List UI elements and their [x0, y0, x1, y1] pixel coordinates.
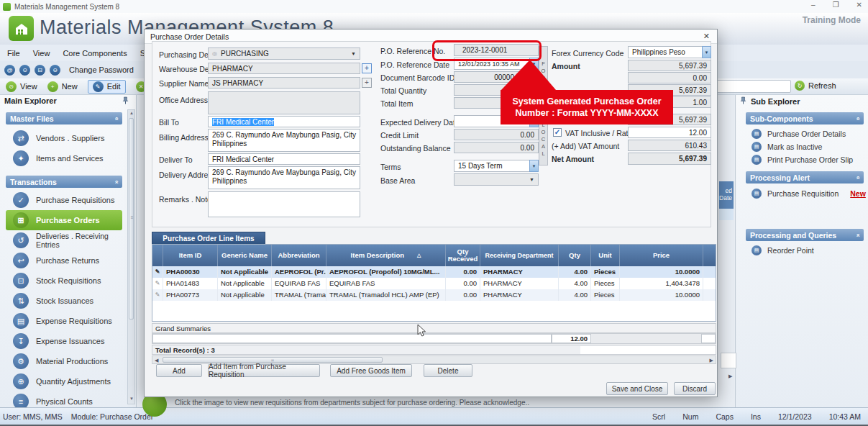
- scroll-down-icon[interactable]: ▼: [129, 396, 134, 401]
- line-items-tab[interactable]: Purchase Order Line Items: [152, 232, 265, 244]
- table-row[interactable]: ✎ PHA00773 Not Applicable TRAMAL (Trama.…: [152, 289, 716, 301]
- forex-currency-dropdown[interactable]: ▼: [702, 46, 711, 58]
- expected-delivery-label: Expected Delivery Date: [380, 118, 460, 127]
- section-sub-components[interactable]: Sub-Components »: [746, 112, 864, 124]
- col-unit[interactable]: Unit: [591, 245, 620, 266]
- sub-explorer-title: Sub Explorer: [751, 97, 800, 106]
- sidebar-item-purchase-orders[interactable]: ⊞ Purchase Orders: [6, 210, 122, 230]
- bill-to-field[interactable]: FRI Medical Center: [208, 116, 360, 127]
- delete-line-button[interactable]: Delete: [424, 364, 472, 377]
- minimize-button[interactable]: –: [811, 1, 816, 9]
- sidebar-item-quantity-adjustments[interactable]: ⊕ Quantity Adjustments: [6, 371, 122, 391]
- sidebar-item-physical-counts[interactable]: ≡ Physical Counts: [6, 391, 122, 407]
- add-button[interactable]: Add: [156, 364, 202, 377]
- add-item-from-pr-button[interactable]: Add Item from Purchase Requisition: [208, 364, 320, 377]
- vat-inclusive-checkbox[interactable]: ✓: [553, 128, 562, 137]
- sidebar-item-purchase-requisitions[interactable]: ✓ Purchase Requisitions: [6, 190, 122, 210]
- supplier-expand-button[interactable]: +: [362, 78, 372, 88]
- refresh-button[interactable]: ↻ Refresh: [795, 81, 836, 91]
- sidebar-item-purchase-returns[interactable]: ↩ Purchase Returns: [6, 250, 122, 271]
- remarks-field[interactable]: [208, 191, 360, 217]
- discard-button[interactable]: Discard: [674, 382, 716, 395]
- menu-file[interactable]: File: [7, 49, 20, 58]
- dialog-close-icon[interactable]: ✕: [703, 32, 710, 41]
- dropdown-icon[interactable]: ▼: [529, 177, 534, 182]
- col-receiving-department[interactable]: Receiving Department: [480, 245, 559, 266]
- subitem-print-purchase-order-slip[interactable]: ▤ Print Purchase Order Slip: [751, 153, 853, 167]
- table-row[interactable]: ✎ PHA01483 Not Applicable EQUIRAB FAS EQ…: [152, 278, 716, 289]
- sidebar-item-stock-requisitions[interactable]: ⊡ Stock Requisitions: [6, 271, 122, 291]
- subitem-mark-as-inactive[interactable]: ▤ Mark as Inactive: [751, 140, 822, 154]
- new-badge[interactable]: New: [850, 189, 866, 198]
- subitem-purchase-order-details[interactable]: ▤ Purchase Order Details: [751, 127, 846, 141]
- deliver-to-field[interactable]: FRI Medical Center: [208, 153, 360, 165]
- table-header-row: Item ID Generic Name Abbreviation Item D…: [152, 245, 716, 266]
- power-icon[interactable]: ⊙: [19, 65, 30, 76]
- scrollbar-thumb[interactable]: ≡: [129, 118, 134, 320]
- section-title: Processing Alert: [750, 173, 810, 182]
- section-processing-queries[interactable]: Processing and Queries »: [746, 229, 864, 241]
- change-password-button[interactable]: Change Password: [69, 65, 134, 74]
- scroll-left-icon[interactable]: ◀: [155, 358, 158, 363]
- warehouse-dept-field[interactable]: PHARMACY: [208, 63, 360, 74]
- terms-dropdown[interactable]: ▼: [529, 160, 539, 172]
- dropdown-icon[interactable]: ▼: [351, 51, 356, 56]
- close-button[interactable]: ✕: [856, 1, 862, 9]
- billing-address-value: 269 C. Raymundo Ave Maybunga Pasig, City…: [212, 131, 356, 148]
- section-master-files[interactable]: Master Files »: [6, 112, 122, 124]
- menu-view[interactable]: View: [33, 49, 50, 58]
- delivery-address-field[interactable]: 269 C. Raymundo Ave Maybunga Pasig, City…: [208, 166, 360, 189]
- col-price[interactable]: Price: [620, 245, 703, 266]
- supplier-name-field[interactable]: JS PHARMACY: [208, 77, 360, 89]
- col-item-description[interactable]: Item Description △: [326, 245, 446, 266]
- pin-icon[interactable]: [122, 96, 129, 106]
- subitem-reorder-point[interactable]: ▤ Reorder Point: [751, 243, 814, 258]
- table-row[interactable]: ✎ PHA00030 Not Applicable AEPROFOL (Pr..…: [152, 266, 716, 278]
- edit-button[interactable]: ✎ Edit: [88, 80, 126, 94]
- sidebar-item-label: Stock Issuances: [36, 296, 93, 305]
- scroll-up-icon[interactable]: ▲: [129, 111, 134, 115]
- scroll-right-icon[interactable]: ▶: [710, 358, 713, 363]
- main-explorer-scrollbar[interactable]: ▲ ≡ ▼: [127, 109, 135, 404]
- line-items-table[interactable]: Item ID Generic Name Abbreviation Item D…: [152, 244, 716, 322]
- sidebar-item-expense-issuances[interactable]: ↧ Expense Issuances: [6, 331, 122, 351]
- app-logo-icon: [9, 16, 34, 41]
- warehouse-expand-button[interactable]: +: [362, 63, 372, 73]
- billing-address-field[interactable]: 269 C. Raymundo Ave Maybunga Pasig, City…: [208, 129, 360, 152]
- logoff-icon[interactable]: @: [4, 65, 15, 76]
- sidebar-item-expense-requisitions[interactable]: ▤ Expense Requisitions: [6, 311, 122, 331]
- pin-icon[interactable]: [740, 96, 746, 106]
- purchasing-dept-select[interactable]: ◎ PURCHASING ▼: [208, 47, 360, 60]
- vat-rate-field[interactable]: 12.00: [628, 127, 711, 138]
- sidebar-item-material-productions[interactable]: ⚙ Material Productions: [6, 351, 122, 371]
- sidebar-item-items-services[interactable]: ✦ Items and Services: [6, 148, 122, 168]
- credit-limit-label: Credit Limit: [380, 131, 419, 140]
- lock-icon[interactable]: ⊟: [35, 65, 45, 76]
- sidebar-item-stock-issuances[interactable]: ⇅ Stock Issuances: [6, 291, 122, 311]
- col-generic-name[interactable]: Generic Name: [218, 245, 272, 266]
- col-abbreviation[interactable]: Abbreviation: [272, 245, 326, 266]
- col-qty[interactable]: Qty: [559, 245, 591, 266]
- col-qty-received[interactable]: Qty Received: [446, 245, 480, 266]
- maximize-button[interactable]: ❐: [833, 1, 839, 9]
- sidebar-item-deliveries-receiving[interactable]: ↺ Deliveries . Receiving Entries: [6, 230, 122, 250]
- subitem-purchase-requisition-alert[interactable]: ▤ Purchase Requisition New: [751, 186, 866, 201]
- minus-icon[interactable]: ⊖: [50, 65, 60, 76]
- base-area-select[interactable]: ▼: [454, 173, 539, 186]
- sidebar-item-label: Items and Services: [36, 154, 104, 163]
- new-button[interactable]: + New: [47, 81, 78, 92]
- sidebar-item-vendors-suppliers[interactable]: ⇄ Vendors . Suppliers: [6, 128, 122, 148]
- add-free-goods-button[interactable]: Add Free Goods Item: [330, 364, 412, 377]
- menu-core-components[interactable]: Core Components: [63, 49, 127, 58]
- total-quantity-label: Total Quantity: [380, 86, 426, 95]
- col-item-id[interactable]: Item ID: [163, 245, 218, 266]
- office-address-field[interactable]: [208, 91, 360, 114]
- forex-currency-select[interactable]: Philippines Peso: [628, 46, 711, 58]
- view-button[interactable]: ⊙ View: [6, 81, 37, 92]
- purchase-requisition-icon: ▤: [751, 189, 762, 199]
- save-and-close-button[interactable]: Save and Close: [606, 382, 668, 395]
- hscroll-thumb[interactable]: ≡: [163, 357, 383, 363]
- section-processing-alert[interactable]: Processing Alert »: [746, 171, 864, 183]
- terms-select[interactable]: 15 Days Term: [454, 160, 539, 172]
- section-transactions[interactable]: Transactions »: [6, 176, 122, 188]
